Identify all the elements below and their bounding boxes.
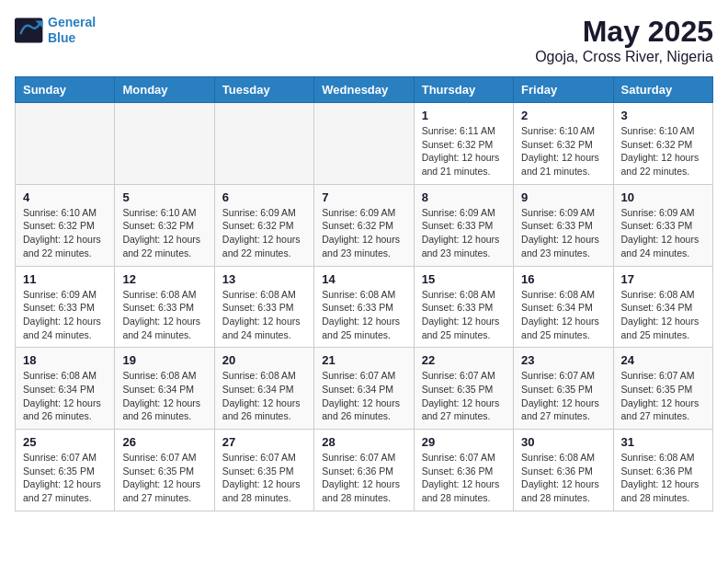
day-info: Sunrise: 6:07 AM Sunset: 6:35 PM Dayligh…: [621, 369, 705, 423]
header-wednesday: Wednesday: [314, 77, 414, 103]
day-number: 9: [521, 190, 605, 204]
day-number: 31: [621, 435, 705, 449]
day-info: Sunrise: 6:07 AM Sunset: 6:34 PM Dayligh…: [322, 369, 405, 423]
day-info: Sunrise: 6:08 AM Sunset: 6:36 PM Dayligh…: [521, 451, 605, 505]
table-row: 5Sunrise: 6:10 AM Sunset: 6:32 PM Daylig…: [115, 184, 214, 266]
day-info: Sunrise: 6:08 AM Sunset: 6:34 PM Dayligh…: [222, 369, 306, 423]
day-info: Sunrise: 6:09 AM Sunset: 6:33 PM Dayligh…: [422, 206, 506, 260]
day-number: 19: [122, 353, 206, 367]
table-row: 17Sunrise: 6:08 AM Sunset: 6:34 PM Dayli…: [613, 266, 712, 348]
day-info: Sunrise: 6:07 AM Sunset: 6:35 PM Dayligh…: [222, 451, 306, 505]
table-row: [115, 103, 214, 185]
table-row: 3Sunrise: 6:10 AM Sunset: 6:32 PM Daylig…: [613, 103, 712, 185]
logo-line1: General: [48, 15, 96, 29]
table-row: 9Sunrise: 6:09 AM Sunset: 6:33 PM Daylig…: [514, 184, 613, 266]
table-row: 24Sunrise: 6:07 AM Sunset: 6:35 PM Dayli…: [613, 348, 712, 430]
day-number: 5: [122, 190, 206, 204]
day-info: Sunrise: 6:09 AM Sunset: 6:32 PM Dayligh…: [322, 206, 405, 260]
day-info: Sunrise: 6:10 AM Sunset: 6:32 PM Dayligh…: [621, 124, 705, 178]
calendar-week-row: 11Sunrise: 6:09 AM Sunset: 6:33 PM Dayli…: [16, 266, 713, 348]
day-number: 4: [23, 190, 107, 204]
table-row: [314, 103, 414, 185]
header-sunday: Sunday: [16, 77, 115, 103]
table-row: [16, 103, 115, 185]
day-number: 27: [222, 435, 306, 449]
table-row: 12Sunrise: 6:08 AM Sunset: 6:33 PM Dayli…: [115, 266, 214, 348]
weekday-header-row: Sunday Monday Tuesday Wednesday Thursday…: [16, 77, 713, 103]
table-row: 28Sunrise: 6:07 AM Sunset: 6:36 PM Dayli…: [314, 430, 414, 511]
day-number: 30: [521, 435, 605, 449]
table-row: 29Sunrise: 6:07 AM Sunset: 6:36 PM Dayli…: [414, 430, 513, 511]
day-info: Sunrise: 6:08 AM Sunset: 6:33 PM Dayligh…: [222, 288, 306, 342]
day-info: Sunrise: 6:08 AM Sunset: 6:33 PM Dayligh…: [422, 288, 506, 342]
day-info: Sunrise: 6:11 AM Sunset: 6:32 PM Dayligh…: [422, 124, 506, 178]
table-row: 30Sunrise: 6:08 AM Sunset: 6:36 PM Dayli…: [514, 430, 613, 511]
day-number: 23: [521, 353, 605, 367]
page-header: General Blue May 2025 Ogoja, Cross River…: [15, 15, 713, 65]
day-info: Sunrise: 6:07 AM Sunset: 6:35 PM Dayligh…: [23, 451, 107, 505]
day-info: Sunrise: 6:09 AM Sunset: 6:32 PM Dayligh…: [222, 206, 306, 260]
day-number: 8: [422, 190, 506, 204]
table-row: 10Sunrise: 6:09 AM Sunset: 6:33 PM Dayli…: [613, 184, 712, 266]
day-number: 13: [222, 272, 306, 286]
day-info: Sunrise: 6:08 AM Sunset: 6:33 PM Dayligh…: [322, 288, 405, 342]
day-info: Sunrise: 6:07 AM Sunset: 6:36 PM Dayligh…: [322, 451, 405, 505]
day-number: 26: [122, 435, 206, 449]
table-row: 4Sunrise: 6:10 AM Sunset: 6:32 PM Daylig…: [16, 184, 115, 266]
day-info: Sunrise: 6:07 AM Sunset: 6:35 PM Dayligh…: [422, 369, 506, 423]
table-row: 14Sunrise: 6:08 AM Sunset: 6:33 PM Dayli…: [314, 266, 414, 348]
day-info: Sunrise: 6:10 AM Sunset: 6:32 PM Dayligh…: [122, 206, 206, 260]
table-row: 7Sunrise: 6:09 AM Sunset: 6:32 PM Daylig…: [314, 184, 414, 266]
calendar-week-row: 1Sunrise: 6:11 AM Sunset: 6:32 PM Daylig…: [16, 103, 713, 185]
table-row: 1Sunrise: 6:11 AM Sunset: 6:32 PM Daylig…: [414, 103, 513, 185]
table-row: 11Sunrise: 6:09 AM Sunset: 6:33 PM Dayli…: [16, 266, 115, 348]
table-row: 27Sunrise: 6:07 AM Sunset: 6:35 PM Dayli…: [214, 430, 313, 511]
table-row: 22Sunrise: 6:07 AM Sunset: 6:35 PM Dayli…: [414, 348, 513, 430]
day-info: Sunrise: 6:10 AM Sunset: 6:32 PM Dayligh…: [23, 206, 107, 260]
header-saturday: Saturday: [613, 77, 712, 103]
table-row: 16Sunrise: 6:08 AM Sunset: 6:34 PM Dayli…: [514, 266, 613, 348]
day-info: Sunrise: 6:09 AM Sunset: 6:33 PM Dayligh…: [23, 288, 107, 342]
table-row: 21Sunrise: 6:07 AM Sunset: 6:34 PM Dayli…: [314, 348, 414, 430]
day-info: Sunrise: 6:08 AM Sunset: 6:34 PM Dayligh…: [621, 288, 705, 342]
header-tuesday: Tuesday: [214, 77, 313, 103]
day-number: 16: [521, 272, 605, 286]
day-number: 3: [621, 109, 705, 122]
day-number: 2: [521, 109, 605, 122]
day-info: Sunrise: 6:07 AM Sunset: 6:35 PM Dayligh…: [521, 369, 605, 423]
calendar-title: May 2025: [535, 15, 713, 49]
day-info: Sunrise: 6:09 AM Sunset: 6:33 PM Dayligh…: [521, 206, 605, 260]
day-info: Sunrise: 6:07 AM Sunset: 6:35 PM Dayligh…: [122, 451, 206, 505]
day-number: 11: [23, 272, 107, 286]
day-info: Sunrise: 6:07 AM Sunset: 6:36 PM Dayligh…: [422, 451, 506, 505]
day-info: Sunrise: 6:10 AM Sunset: 6:32 PM Dayligh…: [521, 124, 605, 178]
table-row: 18Sunrise: 6:08 AM Sunset: 6:34 PM Dayli…: [16, 348, 115, 430]
header-thursday: Thursday: [414, 77, 513, 103]
table-row: 31Sunrise: 6:08 AM Sunset: 6:36 PM Dayli…: [613, 430, 712, 511]
day-number: 17: [621, 272, 705, 286]
calendar-week-row: 25Sunrise: 6:07 AM Sunset: 6:35 PM Dayli…: [16, 430, 713, 511]
day-info: Sunrise: 6:08 AM Sunset: 6:36 PM Dayligh…: [621, 451, 705, 505]
logo-text: General Blue: [48, 15, 96, 46]
day-number: 22: [422, 353, 506, 367]
title-block: May 2025 Ogoja, Cross River, Nigeria: [535, 15, 713, 65]
logo: General Blue: [15, 15, 96, 46]
calendar-subtitle: Ogoja, Cross River, Nigeria: [535, 49, 713, 65]
day-number: 14: [322, 272, 405, 286]
day-number: 1: [422, 109, 506, 122]
day-info: Sunrise: 6:08 AM Sunset: 6:34 PM Dayligh…: [23, 369, 107, 423]
day-number: 28: [322, 435, 405, 449]
calendar-table: Sunday Monday Tuesday Wednesday Thursday…: [15, 76, 713, 511]
day-info: Sunrise: 6:09 AM Sunset: 6:33 PM Dayligh…: [621, 206, 705, 260]
table-row: 13Sunrise: 6:08 AM Sunset: 6:33 PM Dayli…: [214, 266, 313, 348]
day-number: 10: [621, 190, 705, 204]
table-row: 8Sunrise: 6:09 AM Sunset: 6:33 PM Daylig…: [414, 184, 513, 266]
table-row: 2Sunrise: 6:10 AM Sunset: 6:32 PM Daylig…: [514, 103, 613, 185]
table-row: 6Sunrise: 6:09 AM Sunset: 6:32 PM Daylig…: [214, 184, 313, 266]
day-number: 29: [422, 435, 506, 449]
day-number: 12: [122, 272, 206, 286]
day-info: Sunrise: 6:08 AM Sunset: 6:34 PM Dayligh…: [521, 288, 605, 342]
header-friday: Friday: [514, 77, 613, 103]
table-row: 15Sunrise: 6:08 AM Sunset: 6:33 PM Dayli…: [414, 266, 513, 348]
table-row: [214, 103, 313, 185]
